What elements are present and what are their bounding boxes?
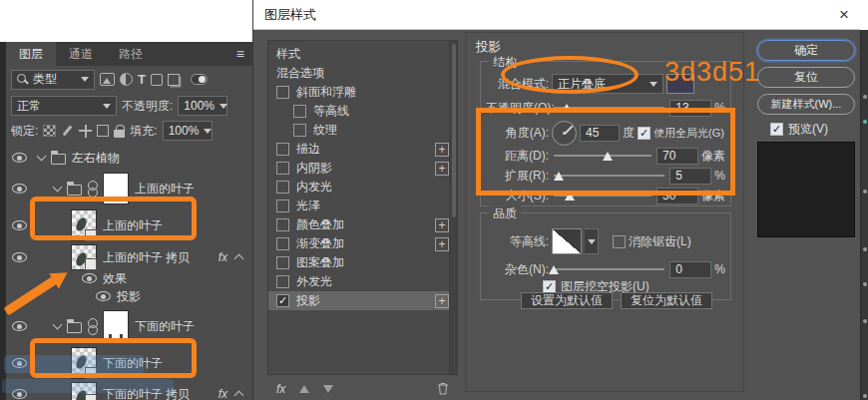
- style-item-pattern-overlay[interactable]: 图案叠加: [268, 253, 457, 272]
- reset-default-button[interactable]: 复位为默认值: [621, 292, 712, 309]
- style-item-gradient-overlay[interactable]: 渐变叠加: [268, 234, 457, 253]
- add-instance-icon[interactable]: [435, 218, 449, 232]
- layer-row-bottom-leaves-copy[interactable]: 下面的叶子 拷贝 fx: [6, 381, 252, 400]
- noise-input[interactable]: [669, 261, 711, 278]
- layer-name[interactable]: 下面的叶子: [103, 355, 163, 372]
- layer-row-top-leaves-copy[interactable]: 上面的叶子 拷贝 fx: [6, 243, 252, 271]
- shadow-color-swatch[interactable]: [666, 74, 694, 94]
- style-item-satin[interactable]: 光泽: [268, 197, 457, 215]
- slider-thumb[interactable]: [562, 104, 572, 113]
- checkbox[interactable]: [276, 86, 289, 99]
- effect-label[interactable]: 投影: [117, 288, 141, 305]
- lock-transparency-icon[interactable]: [43, 125, 56, 137]
- noise-slider[interactable]: [552, 262, 666, 276]
- panel-menu-icon[interactable]: ≡: [236, 42, 252, 66]
- move-down-icon[interactable]: [323, 385, 333, 393]
- slider-thumb[interactable]: [549, 265, 559, 274]
- layer-thumbnail[interactable]: [71, 244, 97, 270]
- layer-thumbnail[interactable]: [71, 382, 97, 400]
- style-item-drop-shadow[interactable]: 投影: [268, 291, 457, 310]
- layer-name[interactable]: 下面的叶子 拷贝: [103, 386, 190, 400]
- style-item-stroke[interactable]: 描边: [268, 140, 457, 159]
- checkbox[interactable]: [276, 200, 289, 212]
- move-up-icon[interactable]: [299, 385, 309, 393]
- trash-icon[interactable]: [437, 382, 449, 395]
- tab-layers[interactable]: 图层: [6, 42, 56, 66]
- checkbox[interactable]: [276, 181, 289, 194]
- checkbox[interactable]: [276, 162, 289, 175]
- layer-row-group-plants[interactable]: 左右植物: [6, 146, 252, 170]
- eye-icon[interactable]: [96, 291, 111, 301]
- lock-position-icon[interactable]: [79, 125, 92, 138]
- add-instance-icon[interactable]: [435, 237, 449, 251]
- spread-slider[interactable]: [552, 169, 666, 183]
- distance-input[interactable]: [656, 148, 698, 165]
- chevron-up-icon[interactable]: [234, 391, 244, 400]
- contour-dropdown[interactable]: [585, 228, 599, 254]
- global-light-checkbox[interactable]: [638, 127, 651, 140]
- chevron-down-icon[interactable]: [53, 320, 63, 330]
- visibility-toggle[interactable]: [6, 220, 32, 230]
- ok-button[interactable]: 确定: [757, 40, 855, 61]
- visibility-toggle[interactable]: [6, 358, 32, 368]
- reset-button[interactable]: 复位: [757, 67, 855, 88]
- layer-row-bottom-leaves[interactable]: 下面的叶子: [6, 345, 252, 381]
- effects-row[interactable]: 效果: [6, 269, 252, 287]
- layer-name[interactable]: 下面的叶子: [135, 318, 195, 335]
- visibility-toggle[interactable]: [6, 153, 32, 163]
- lock-all-icon[interactable]: [114, 125, 125, 138]
- distance-slider[interactable]: [552, 149, 653, 163]
- size-slider[interactable]: [552, 189, 653, 202]
- style-item-inner-shadow[interactable]: 内阴影: [268, 159, 457, 178]
- filter-toggle-switch[interactable]: [191, 74, 208, 85]
- preview-checkbox[interactable]: [770, 123, 783, 136]
- style-item-inner-glow[interactable]: 内发光: [268, 178, 457, 197]
- style-item-outer-glow[interactable]: 外发光: [268, 272, 457, 291]
- opacity-slider[interactable]: [552, 101, 666, 115]
- eye-icon[interactable]: [82, 273, 97, 283]
- layer-thumbnail[interactable]: [71, 347, 97, 379]
- angle-input[interactable]: [580, 125, 620, 142]
- visibility-toggle[interactable]: [6, 184, 32, 194]
- contour-picker[interactable]: [552, 228, 582, 254]
- checkbox[interactable]: [276, 218, 289, 231]
- filter-kind-dropdown[interactable]: 类型: [11, 70, 95, 90]
- visibility-toggle[interactable]: [6, 389, 32, 399]
- checkbox[interactable]: [276, 237, 289, 250]
- checkbox-checked[interactable]: [276, 294, 289, 307]
- style-item-blending-options[interactable]: 混合选项: [268, 64, 457, 83]
- chevron-down-icon[interactable]: [53, 183, 63, 193]
- visibility-toggle[interactable]: [6, 321, 32, 331]
- visibility-toggle[interactable]: [6, 252, 32, 262]
- layer-name[interactable]: 上面的叶子: [135, 181, 195, 198]
- fill-dropdown[interactable]: 100%: [163, 121, 213, 141]
- effects-label[interactable]: 效果: [103, 270, 127, 287]
- slider-thumb[interactable]: [554, 172, 564, 181]
- layer-row-group-top-leaves[interactable]: 上面的叶子: [6, 170, 252, 207]
- angle-dial[interactable]: [552, 121, 577, 146]
- opacity-input[interactable]: [669, 100, 711, 117]
- checkbox[interactable]: [276, 275, 289, 288]
- add-instance-icon[interactable]: [435, 162, 449, 176]
- chevron-down-icon[interactable]: [37, 152, 47, 162]
- close-icon[interactable]: ×: [839, 6, 849, 23]
- style-item-contour[interactable]: 等高线: [268, 102, 457, 121]
- checkbox[interactable]: [293, 105, 306, 118]
- scrollbar[interactable]: [449, 41, 457, 374]
- blend-mode-dropdown[interactable]: 正常: [11, 96, 117, 116]
- layer-name[interactable]: 上面的叶子: [103, 217, 163, 234]
- layer-row-group-bottom-leaves[interactable]: 下面的叶子: [6, 307, 252, 345]
- lock-artboard-icon[interactable]: [97, 125, 109, 137]
- slider-thumb[interactable]: [603, 152, 613, 161]
- filter-smart-objects-icon[interactable]: [168, 74, 180, 86]
- layer-thumbnail[interactable]: [71, 209, 97, 241]
- make-default-button[interactable]: 设置为默认值: [521, 292, 613, 309]
- checkbox[interactable]: [293, 124, 306, 137]
- size-input[interactable]: [656, 188, 698, 204]
- opacity-dropdown[interactable]: 100%: [178, 96, 227, 116]
- checkbox[interactable]: [276, 143, 289, 156]
- lock-pixels-icon[interactable]: [61, 125, 74, 138]
- fx-icon[interactable]: fx: [276, 382, 285, 396]
- layer-name[interactable]: 左右植物: [72, 150, 120, 167]
- style-item-bevel-emboss[interactable]: 斜面和浮雕: [268, 83, 457, 102]
